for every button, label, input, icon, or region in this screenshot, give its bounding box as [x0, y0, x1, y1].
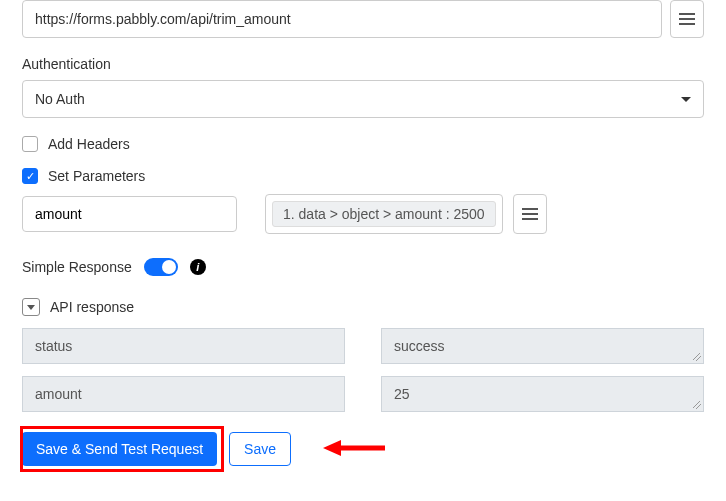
request-url-input[interactable] — [22, 0, 662, 38]
response-value-cell[interactable]: success — [381, 328, 704, 364]
save-send-test-button[interactable]: Save & Send Test Request — [22, 432, 217, 466]
annotation-arrow-icon — [323, 438, 387, 461]
authentication-value: No Auth — [35, 91, 85, 107]
set-parameters-checkbox[interactable]: ✓ — [22, 168, 38, 184]
info-icon[interactable]: i — [190, 259, 206, 275]
hamburger-icon — [522, 208, 538, 220]
param-options-button[interactable] — [513, 194, 547, 234]
add-headers-label: Add Headers — [48, 136, 130, 152]
param-value-chip: 1. data > object > amount : 2500 — [272, 201, 496, 227]
url-options-button[interactable] — [670, 0, 704, 38]
svg-marker-1 — [323, 440, 341, 456]
authentication-label: Authentication — [22, 56, 704, 72]
save-button[interactable]: Save — [229, 432, 291, 466]
chevron-down-icon — [27, 305, 35, 310]
param-key-input[interactable] — [22, 196, 237, 232]
hamburger-icon — [679, 13, 695, 25]
response-value-cell[interactable]: 25 — [381, 376, 704, 412]
caret-down-icon — [681, 97, 691, 102]
authentication-select[interactable]: No Auth — [22, 80, 704, 118]
param-value-input[interactable]: 1. data > object > amount : 2500 — [265, 194, 503, 234]
simple-response-toggle[interactable] — [144, 258, 178, 276]
response-key-cell[interactable]: status — [22, 328, 345, 364]
response-key-cell[interactable]: amount — [22, 376, 345, 412]
api-response-label: API response — [50, 299, 134, 315]
add-headers-checkbox[interactable] — [22, 136, 38, 152]
set-parameters-label: Set Parameters — [48, 168, 145, 184]
api-response-expand-toggle[interactable] — [22, 298, 40, 316]
simple-response-label: Simple Response — [22, 259, 132, 275]
